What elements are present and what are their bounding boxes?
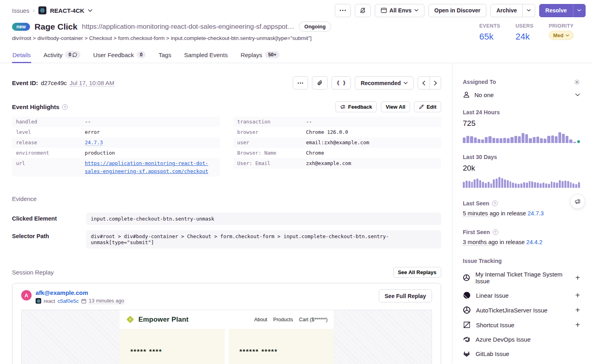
tab-sampled-events[interactable]: Sampled Events (184, 48, 228, 63)
feedback-button[interactable]: Feedback (335, 101, 377, 112)
issue-tracking-item: Azure DevOps Issue (463, 336, 580, 343)
issue-title: Rage Click (34, 22, 77, 32)
avatar: A (21, 290, 32, 300)
highlight-row: User: Emailzxh@example.com (233, 158, 441, 169)
chevron-right-icon (434, 81, 437, 86)
users-stat: USERS 24k (516, 23, 534, 42)
first-seen-time[interactable]: 3 months ago (463, 239, 498, 246)
release-link[interactable]: 24.4.2 (526, 239, 542, 245)
issue-tracking-item: Shortcut Issue + (463, 321, 580, 329)
tab-activity[interactable]: Activity 0 (43, 48, 81, 63)
ticket-wheel-icon (463, 306, 471, 314)
gear-icon[interactable] (574, 79, 580, 85)
azure-devops-icon (463, 336, 470, 343)
calendar-icon (81, 298, 86, 304)
plus-icon[interactable]: + (575, 321, 580, 329)
url-link[interactable]: https://application-monitoring-react-dot… (85, 160, 208, 174)
environment-selector[interactable]: All Envs (375, 4, 424, 17)
event-more-button[interactable] (293, 76, 308, 90)
selector-path-label: Selector Path (12, 230, 86, 239)
main-panel: Event ID: d27ce49c Jul 17, 10:08 AM { } … (0, 63, 452, 363)
assigned-to-title: Assigned To (463, 79, 496, 85)
events-count[interactable]: 65k (479, 32, 500, 42)
chevron-down-icon[interactable] (88, 9, 92, 12)
last-seen-time[interactable]: 5 minutes ago (463, 210, 499, 217)
archive-dropdown-button[interactable] (523, 4, 535, 17)
replay-id-link[interactable]: c5af0e5c (58, 298, 79, 304)
more-actions-button[interactable] (335, 4, 351, 17)
json-button[interactable]: { } (332, 76, 350, 90)
replay-user-link[interactable]: afk@example.com (36, 289, 124, 296)
next-event-button[interactable] (430, 76, 441, 90)
resolve-button[interactable]: Resolve (539, 4, 573, 17)
chevron-down-icon (566, 34, 569, 37)
help-icon[interactable]: ? (493, 229, 498, 235)
tab-replays[interactable]: Replays 50+ (240, 48, 280, 63)
issue-header: new Rage Click https://application-monit… (0, 21, 592, 42)
breadcrumb: Issues › REACT-4CK (12, 6, 92, 14)
bell-slash-icon (360, 7, 366, 14)
feedback-fab-button[interactable] (570, 194, 585, 209)
issue-culprit: div#root > div#body-container > Checkout… (12, 35, 479, 41)
help-icon[interactable]: ? (492, 201, 498, 206)
see-full-replay-button[interactable]: See Full Replay (379, 289, 432, 302)
highlight-row: levelerror (12, 127, 220, 137)
edit-button[interactable]: Edit (414, 101, 441, 112)
shortcut-icon (463, 321, 471, 329)
issue-tracking-title: Issue Tracking (463, 258, 580, 264)
release-link[interactable]: 24.7.3 (85, 139, 103, 146)
resolve-dropdown-button[interactable] (573, 4, 586, 17)
megaphone-icon (574, 199, 581, 205)
highlight-row: browserChrome 126.0.0 (233, 127, 441, 137)
last-24h-chart (463, 132, 580, 143)
replayed-site: Empower Plant About Products Cart ($****… (120, 310, 334, 364)
replay-time-ago[interactable]: 13 minutes ago (89, 298, 124, 304)
paperclip-icon (317, 80, 323, 86)
help-icon[interactable]: ? (62, 104, 68, 110)
tab-user-feedback[interactable]: User Feedback 0 (93, 48, 146, 63)
breadcrumb-issues-link[interactable]: Issues (12, 7, 29, 14)
chevron-down-icon (527, 9, 531, 12)
first-seen-section: First Seen ? 3 months ago in release 24.… (463, 229, 580, 245)
tab-tags[interactable]: Tags (158, 48, 172, 63)
issue-stats: EVENTS 65k USERS 24k PRIORITY Med (479, 22, 574, 42)
replay-preview[interactable]: Empower Plant About Products Cart ($****… (21, 310, 432, 364)
breadcrumb-project[interactable]: REACT-4CK (50, 7, 84, 14)
breadcrumb-separator: › (33, 7, 35, 14)
linear-icon (463, 291, 471, 299)
archive-button[interactable]: Archive (490, 4, 523, 17)
status-badge[interactable]: Ongoing (299, 22, 331, 32)
plus-icon[interactable]: + (575, 291, 580, 299)
pencil-icon (419, 104, 424, 109)
assignee-selector[interactable]: No one (463, 91, 580, 98)
mute-button[interactable] (355, 4, 371, 17)
last-30d-total: 20k (463, 164, 580, 173)
site-nav-cart: Cart ($******) (299, 317, 328, 322)
plus-icon[interactable]: + (575, 306, 580, 314)
assignee-value: No one (474, 91, 494, 98)
issue-tracking-item: GitLab Issue (463, 350, 580, 358)
replay-project: react (44, 298, 55, 304)
ellipsis-icon (298, 82, 303, 84)
release-link[interactable]: 24.7.3 (528, 210, 544, 217)
site-nav-about: About (254, 317, 267, 322)
view-all-button[interactable]: View All (381, 101, 410, 112)
tab-details[interactable]: Details (12, 48, 31, 63)
attachments-button[interactable] (312, 76, 328, 90)
highlight-row: release24.7.3 (12, 137, 220, 148)
highlight-row: handled-- (12, 117, 220, 127)
event-timestamp[interactable]: Jul 17, 10:08 AM (70, 80, 114, 87)
chevron-down-icon (577, 9, 581, 12)
users-count[interactable]: 24k (516, 32, 534, 42)
event-sort-selector[interactable]: Recommended (355, 76, 414, 90)
product-card: ***** **** *** **** **** *** ******* Add… (120, 329, 225, 364)
last-30d-section: Last 30 Days 20k (463, 154, 580, 188)
plus-icon[interactable]: + (575, 274, 580, 282)
priority-selector[interactable]: Med (549, 31, 574, 40)
megaphone-icon (340, 104, 346, 109)
evidence-title: Evidence (12, 195, 441, 202)
react-project-icon (36, 298, 41, 304)
see-all-replays-button[interactable]: See All Replays (393, 267, 441, 278)
prev-event-button[interactable] (418, 76, 430, 90)
open-in-discover-button[interactable]: Open in Discover (428, 4, 486, 17)
